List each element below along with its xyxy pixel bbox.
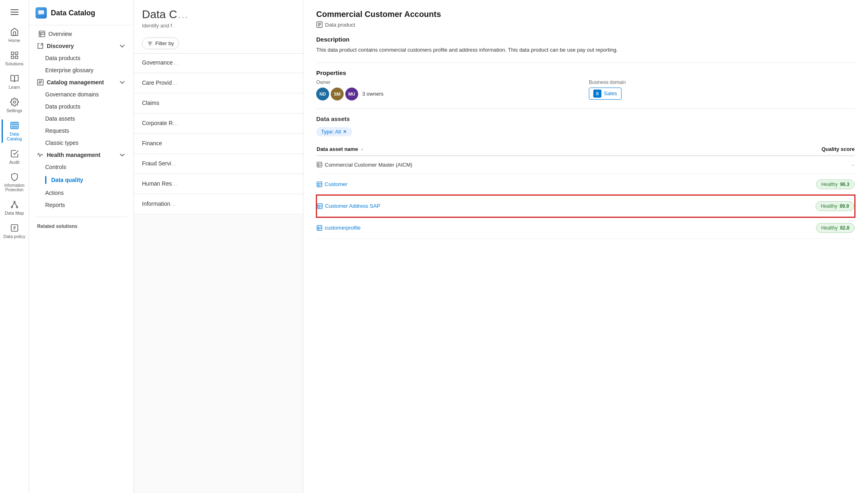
list-item-finance[interactable]: Finance	[134, 134, 303, 154]
nav-audit[interactable]: Audit	[2, 146, 27, 168]
table-row: Customer Address SAP Healthy 89.9	[317, 195, 855, 217]
business-domain-property: Business domain S Sales	[589, 79, 855, 100]
sidebar-item-governance-domains[interactable]: Governance domains	[31, 88, 132, 100]
nav-solutions[interactable]: Solutions	[2, 48, 27, 69]
sidebar-requests-label: Requests	[45, 127, 69, 134]
catalog-panel-title: Data C…	[142, 8, 295, 21]
svg-point-7	[11, 207, 13, 208]
filter-icon	[147, 41, 153, 46]
table-row: Commercial Customer Master (AICM) --	[317, 156, 855, 174]
table-row: customerprofile Healthy 82.8	[317, 217, 855, 239]
nav-info-protection-label: Information Protection	[3, 183, 26, 192]
avatar-mu: MU	[345, 88, 358, 100]
sidebar-actions-label: Actions	[45, 190, 64, 196]
svg-rect-0	[11, 52, 13, 54]
asset-name-link-highlighted[interactable]: Customer Address SAP	[325, 203, 380, 209]
sidebar-data-products-discovery-label: Data products	[45, 55, 80, 61]
sidebar-enterprise-glossary-label: Enterprise glossary	[45, 67, 94, 73]
quality-label: Healthy	[821, 182, 838, 187]
sidebar-item-reports[interactable]: Reports	[31, 199, 132, 211]
list-item-claims[interactable]: Claims	[134, 94, 303, 113]
sidebar-group-health-management[interactable]: Health management	[31, 149, 132, 161]
svg-rect-33	[317, 204, 322, 209]
quality-score-header: Quality score	[699, 143, 855, 156]
nav-data-map[interactable]: Data Map	[2, 197, 27, 219]
list-item-governance[interactable]: Governance…	[134, 54, 303, 73]
catalog-header: Data C… Identify and f…	[134, 0, 303, 33]
nav-learn-label: Learn	[8, 85, 20, 90]
sidebar-item-requests[interactable]: Requests	[31, 125, 132, 137]
list-item-care-name: Care Provid…	[142, 79, 295, 86]
filter-by-label: Filter by	[155, 40, 174, 46]
nav-home[interactable]: Home	[2, 24, 27, 46]
list-item-claims-name: Claims	[142, 100, 295, 106]
sidebar: Data Catalog Overview Discovery	[29, 0, 134, 493]
sidebar-item-controls[interactable]: Controls	[31, 161, 132, 173]
chip-close-icon	[342, 129, 347, 134]
nav-learn[interactable]: Learn	[2, 71, 27, 93]
asset-name-header: Data asset name ↑	[317, 143, 699, 156]
list-item-human[interactable]: Human Res…	[134, 175, 303, 194]
table-grid-icon	[317, 162, 322, 167]
quality-label: Healthy	[821, 203, 837, 209]
sidebar-item-enterprise-glossary[interactable]: Enterprise glossary	[31, 64, 132, 76]
owner-label: Owner	[316, 79, 582, 85]
list-item-care[interactable]: Care Provid…	[134, 74, 303, 93]
sidebar-item-data-products-discovery[interactable]: Data products	[31, 52, 132, 64]
business-domain-name: Sales	[604, 90, 617, 96]
nav-information-protection[interactable]: Information Protection	[2, 169, 27, 195]
business-domain-badge[interactable]: S Sales	[589, 88, 622, 100]
asset-name-link[interactable]: customerprofile	[325, 225, 361, 231]
svg-rect-25	[317, 162, 322, 167]
sidebar-item-data-quality[interactable]: Data quality	[31, 173, 132, 187]
svg-rect-37	[317, 226, 322, 230]
detail-type-label: Data product	[325, 22, 355, 28]
sidebar-discovery-label: Discovery	[47, 43, 74, 49]
sidebar-group-catalog-management[interactable]: Catalog management	[31, 76, 132, 88]
detail-description-title: Description	[316, 36, 855, 43]
sidebar-item-data-assets[interactable]: Data assets	[31, 113, 132, 125]
svg-rect-1	[15, 52, 17, 54]
list-item-human-name: Human Res…	[142, 180, 295, 187]
quality-score: 96.3	[840, 182, 849, 187]
nav-audit-label: Audit	[9, 160, 19, 165]
type-filter-chip[interactable]: Type: All	[316, 127, 352, 136]
asset-score-cell: --	[699, 156, 855, 174]
sidebar-item-overview[interactable]: Overview	[31, 28, 132, 40]
nav-settings[interactable]: Settings	[2, 94, 27, 116]
sidebar-item-actions[interactable]: Actions	[31, 187, 132, 199]
table-grid-icon	[317, 225, 322, 231]
asset-name-link[interactable]: Customer	[325, 181, 347, 187]
list-item-information[interactable]: Information…	[134, 195, 303, 214]
detail-divider-2	[316, 109, 855, 109]
asset-name-text: Commercial Customer Master (AICM)	[325, 162, 412, 168]
detail-properties-title: Properties	[316, 69, 855, 76]
avatar-sm: SM	[331, 88, 344, 100]
sidebar-controls-label: Controls	[45, 164, 66, 170]
data-assets-title: Data assets	[316, 115, 855, 122]
sidebar-group-discovery[interactable]: Discovery	[31, 40, 132, 52]
asset-name-cell: Customer	[317, 173, 699, 195]
catalog-panel-subtitle: Identify and f…	[142, 23, 295, 29]
sidebar-item-classic-types[interactable]: Classic types	[31, 137, 132, 149]
list-item-fraud[interactable]: Fraud Servi…	[134, 155, 303, 174]
sidebar-item-data-products-catalog[interactable]: Data products	[31, 100, 132, 113]
asset-name-cell: Customer Address SAP	[317, 195, 699, 217]
detail-description-text: This data product contains commercial cu…	[316, 46, 855, 54]
nav-data-catalog-label: Data Catalog	[3, 132, 26, 141]
hamburger-menu[interactable]	[2, 5, 27, 19]
list-item-corporate[interactable]: Corporate R…	[134, 114, 303, 134]
quality-score: 89.9	[840, 203, 849, 209]
detail-divider-1	[316, 63, 855, 63]
business-domain-initial: S	[593, 90, 601, 98]
nav-data-policy-label: Data policy	[3, 234, 25, 239]
nav-data-catalog[interactable]: Data Catalog	[2, 118, 27, 144]
list-item-information-name: Information…	[142, 201, 295, 207]
quality-score: 82.8	[840, 225, 849, 231]
main-area: Data C… Identify and f… Filter by Govern…	[134, 0, 868, 493]
sidebar-reports-label: Reports	[45, 202, 65, 208]
nav-data-policy[interactable]: Data policy	[2, 220, 27, 242]
filter-by-button[interactable]: Filter by	[142, 38, 179, 49]
owner-avatars: ND SM MU 3 owners	[316, 88, 582, 100]
nav-settings-label: Settings	[6, 108, 23, 113]
